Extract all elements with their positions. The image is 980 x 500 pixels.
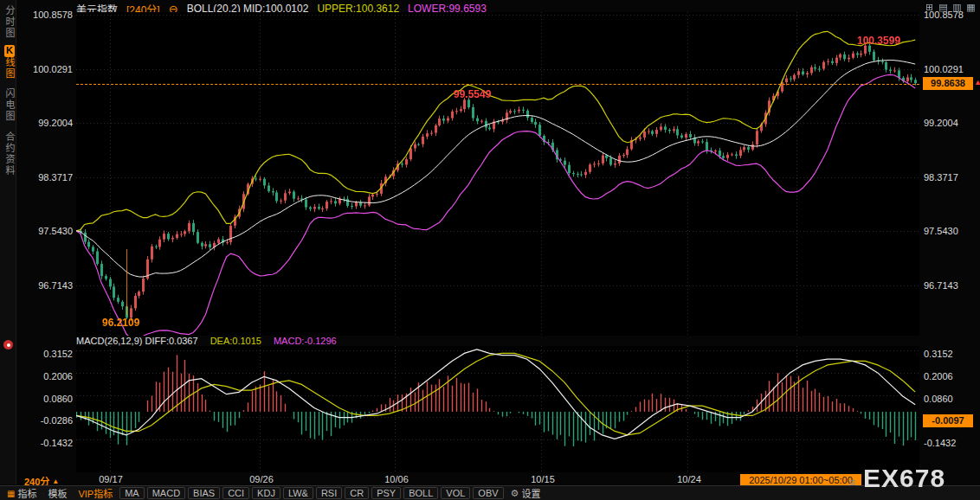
x-axis-date: 09/26 xyxy=(242,474,280,484)
toolbar-tab-bias[interactable]: BIAS xyxy=(188,487,220,499)
macd-axis-label: -0.1432 xyxy=(924,438,970,448)
macd-axis-label: 0.3152 xyxy=(26,349,73,359)
price-axis-label: 96.7143 xyxy=(26,280,73,291)
macd-chart-area[interactable] xyxy=(76,346,919,472)
toolbar-tab-label: MA xyxy=(125,488,139,498)
toolbar-tab-label: LW& xyxy=(288,488,308,498)
kline-label: 线图 xyxy=(4,57,15,80)
annotation-low-price: 96.2109 xyxy=(102,317,139,329)
toolbar-tab-ma[interactable]: MA xyxy=(119,487,145,499)
toolbar-tab-label: BIAS xyxy=(193,488,215,498)
layout-panes-icon[interactable]: ▦ xyxy=(965,2,977,13)
price-chart-area[interactable]: 100.3599 99.5549 96.2109 xyxy=(76,12,919,336)
annotation-swing-high: 99.5549 xyxy=(454,88,491,100)
toolbar-tab-label: CR xyxy=(350,488,364,498)
layout-grid-icon[interactable]: ⊞ xyxy=(924,2,935,13)
toolbar-tab-lwr[interactable]: LW& xyxy=(283,487,313,499)
toolbar-tab-settings[interactable]: ⚙ 设置 xyxy=(506,486,545,500)
macd-axis-label: 0.0860 xyxy=(924,394,970,404)
toolbar-tab-boll[interactable]: BOLL xyxy=(403,487,438,499)
price-axis-label: 99.2004 xyxy=(26,118,73,128)
toolbar-tab-label: OBV xyxy=(478,488,498,498)
sidebar-item-contract-info[interactable]: 合约资料 xyxy=(3,131,16,176)
toolbar-tab-label: MACD xyxy=(152,488,180,498)
hot-indicator-icon[interactable] xyxy=(3,340,13,349)
macd-axis-label: 0.2006 xyxy=(924,371,970,381)
macd-dea-label: DEA:0.1015 xyxy=(210,336,261,346)
current-period-badge: 2025/10/29 01:00~05:00 xyxy=(740,474,861,486)
toolbar-tab-vol[interactable]: VOL xyxy=(441,487,470,499)
toolbar-tab-label: 设置 xyxy=(521,486,540,500)
price-axis-label: 96.7143 xyxy=(924,280,970,291)
toolbar-tab-vip-indicator[interactable]: VIP指标 xyxy=(74,486,117,500)
x-axis-date: 09/17 xyxy=(92,474,130,484)
sidebar-item-lightning-chart[interactable]: 闪电图 xyxy=(3,88,16,122)
macd-axis-label: 0.3152 xyxy=(924,349,970,359)
current-price-line xyxy=(76,84,919,85)
toolbar-tab-label: RSI xyxy=(321,488,337,498)
price-axis-label: 100.8578 xyxy=(26,10,73,20)
macd-axis-label: 0.0860 xyxy=(26,394,73,404)
price-axis-label: 97.5430 xyxy=(26,226,73,236)
trading-terminal: 美元指数 [240分] ⊖ BOLL(20,2) MID:100.0102 UP… xyxy=(0,0,980,500)
toolbar-tab-label: PSY xyxy=(377,488,396,498)
kline-badge: K xyxy=(4,45,15,57)
toolbar-tab-cci[interactable]: CCI xyxy=(222,487,249,499)
price-axis-label: 98.3717 xyxy=(26,172,73,183)
grid-icon: ▦ xyxy=(7,489,15,498)
price-axis-label: 98.3717 xyxy=(924,172,970,183)
toolbar-tab-label: KDJ xyxy=(257,488,275,498)
annotation-low-line xyxy=(126,249,127,315)
brand-watermark: EX678 xyxy=(863,464,945,493)
toolbar-tab-label: CCI xyxy=(228,488,244,498)
macd-header: MACD(26,12,9) DIFF:0.0367 DEA:0.1015 MAC… xyxy=(76,336,337,346)
toolbar-tab-template[interactable]: 模板 xyxy=(43,486,71,500)
toolbar-tab-rsi[interactable]: RSI xyxy=(316,487,342,499)
macd-chart-canvas[interactable] xyxy=(76,346,919,472)
bottom-toolbar: ▦ 指标 模板 VIP指标 MA MACD BIAS CCI KDJ LW& R… xyxy=(0,485,980,500)
toolbar-tab-macd[interactable]: MACD xyxy=(147,487,185,499)
price-up-arrow-icon: ▲ xyxy=(974,78,980,87)
x-axis-date: 10/06 xyxy=(377,474,416,484)
toolbar-tab-obv[interactable]: OBV xyxy=(473,487,503,499)
macd-axis-label: -0.0286 xyxy=(26,415,73,426)
macd-current-tag: -0.0097 xyxy=(923,414,973,427)
sidebar-item-kline-chart[interactable]: K线图 xyxy=(3,45,16,80)
macd-axis-label: 0.2006 xyxy=(26,371,73,381)
toolbar-tab-label: BOLL xyxy=(409,488,433,498)
window-controls: ⊞ ▤ ▥ ▦ xyxy=(924,2,977,13)
toolbar-tab-label: VOL xyxy=(446,488,465,498)
x-axis-date: 10/15 xyxy=(524,474,562,484)
x-axis-date: 10/24 xyxy=(670,474,708,484)
toolbar-tab-label: 指标 xyxy=(17,486,36,500)
price-axis-label: 100.0291 xyxy=(924,64,970,74)
toolbar-tab-label: VIP指标 xyxy=(78,486,113,500)
sidebar-nav: 分时图 K线图 闪电图 合约资料 xyxy=(0,0,16,484)
toolbar-tab-psy[interactable]: PSY xyxy=(371,487,401,499)
macd-value-label: MACD:-0.1296 xyxy=(274,336,337,346)
current-price-tag: 99.8638 xyxy=(923,77,973,90)
toolbar-tab-cr[interactable]: CR xyxy=(345,487,369,499)
gear-icon: ⚙ xyxy=(511,488,519,499)
toolbar-tab-indicator[interactable]: ▦ 指标 xyxy=(3,486,41,500)
toolbar-tab-label: 模板 xyxy=(48,486,67,500)
macd-axis-label: -0.1432 xyxy=(26,438,73,448)
layout-rows-icon[interactable]: ▤ xyxy=(938,2,949,13)
toolbar-tab-kdj[interactable]: KDJ xyxy=(252,487,280,499)
sidebar-item-time-share-chart[interactable]: 分时图 xyxy=(3,5,16,39)
annotation-high-price: 100.3599 xyxy=(857,35,900,47)
layout-columns-icon[interactable]: ▥ xyxy=(951,2,963,13)
period-up-arrow-icon: ▲ xyxy=(52,478,59,485)
price-axis-label: 100.0291 xyxy=(26,64,73,74)
price-axis-label: 97.5430 xyxy=(924,226,970,236)
price-axis-label: 99.2004 xyxy=(924,118,970,128)
price-chart-canvas[interactable] xyxy=(76,12,919,336)
macd-params-label: MACD(26,12,9) DIFF:0.0367 xyxy=(76,336,198,346)
